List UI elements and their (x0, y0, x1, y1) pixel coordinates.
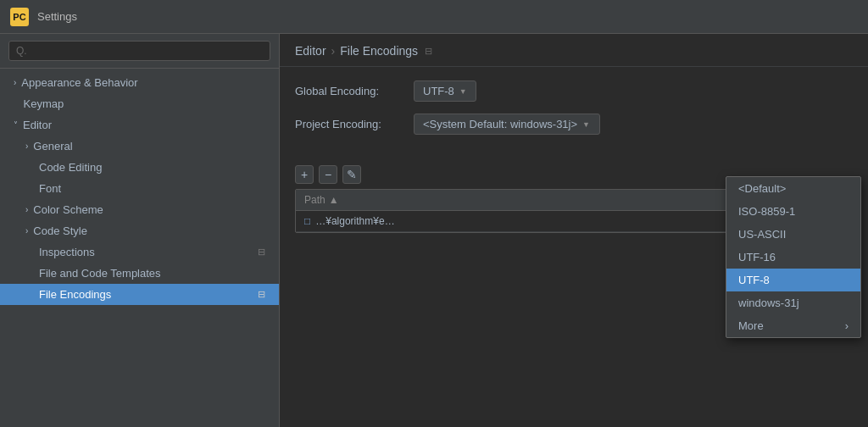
path-column-header: Path ▲ (296, 190, 733, 210)
menu-item-us-ascii[interactable]: US-ASCII (726, 223, 860, 246)
global-encoding-value: UTF-8 (423, 85, 454, 97)
sidebar-item-editor[interactable]: ˅ Editor (0, 114, 279, 136)
settings-icon: ⊟ (258, 289, 265, 300)
edit-button[interactable]: ✎ (342, 165, 361, 184)
sidebar-item-font[interactable]: Font (0, 178, 279, 199)
sidebar-item-file-code-templates[interactable]: File and Code Templates (0, 263, 279, 284)
global-encoding-label: Global Encoding: (295, 85, 414, 97)
sidebar-nav: › Appearance & Behavior Keymap ˅ Editor … (0, 69, 279, 427)
sidebar-item-inspections[interactable]: Inspections ⊟ (0, 241, 279, 263)
caret-icon: ▼ (582, 120, 590, 129)
menu-item-windows-31j[interactable]: windows-31j (726, 291, 860, 314)
search-bar (0, 34, 279, 69)
arrow-icon: › (25, 141, 28, 151)
main-layout: › Appearance & Behavior Keymap ˅ Editor … (0, 34, 868, 427)
sidebar-item-color-scheme[interactable]: › Color Scheme (0, 199, 279, 220)
encoding-dropdown-menu: <Default> ISO-8859-1 US-ASCII UTF-16 UTF… (726, 176, 861, 338)
chevron-down-icon: ˅ (14, 120, 18, 130)
menu-item-utf-8[interactable]: UTF-8 (726, 269, 860, 291)
breadcrumb-separator: › (331, 44, 336, 58)
sort-icon: ▲ (329, 194, 339, 206)
submenu-arrow-icon: › (845, 319, 849, 332)
sidebar-item-keymap[interactable]: Keymap (0, 93, 279, 114)
project-encoding-dropdown[interactable]: <System Default: windows-31j> ▼ (414, 114, 600, 135)
file-icon: □ (304, 215, 310, 227)
menu-item-default[interactable]: <Default> (726, 177, 860, 200)
project-encoding-value: <System Default: windows-31j> (423, 118, 577, 130)
sidebar-item-general[interactable]: › General (0, 136, 279, 157)
breadcrumb-part-editor: Editor (295, 44, 326, 58)
sidebar: › Appearance & Behavior Keymap ˅ Editor … (0, 34, 280, 427)
caret-icon: ▼ (459, 87, 467, 96)
window-title: Settings (37, 10, 77, 23)
arrow-icon: › (25, 226, 28, 236)
menu-item-more[interactable]: More › (726, 314, 860, 337)
sidebar-item-code-editing[interactable]: Code Editing (0, 157, 279, 178)
arrow-icon: › (14, 78, 16, 87)
project-encoding-row: Project Encoding: <System Default: windo… (295, 114, 853, 135)
search-input[interactable] (8, 41, 270, 61)
sidebar-item-file-encodings[interactable]: File Encodings ⊟ (0, 284, 279, 305)
breadcrumb: Editor › File Encodings ⊟ (280, 34, 868, 67)
add-button[interactable]: + (295, 165, 314, 184)
settings-body: Global Encoding: UTF-8 ▼ Project Encodin… (280, 67, 868, 160)
remove-button[interactable]: − (319, 165, 337, 184)
title-bar: PC Settings (0, 0, 868, 34)
breadcrumb-icon: ⊟ (425, 46, 432, 57)
project-encoding-label: Project Encoding: (295, 118, 414, 130)
breadcrumb-part-encodings: File Encodings (340, 44, 418, 58)
menu-item-utf-16[interactable]: UTF-16 (726, 246, 860, 269)
arrow-icon: › (25, 205, 28, 214)
app-icon: PC (10, 8, 29, 26)
arrow-icon (14, 99, 19, 108)
global-encoding-row: Global Encoding: UTF-8 ▼ (295, 80, 853, 102)
global-encoding-dropdown[interactable]: UTF-8 ▼ (414, 80, 476, 102)
sidebar-item-appearance[interactable]: › Appearance & Behavior (0, 72, 279, 93)
content-area: Editor › File Encodings ⊟ Global Encodin… (280, 34, 868, 427)
path-cell: □ …¥algorithm¥e… (296, 211, 733, 231)
sidebar-item-code-style[interactable]: › Code Style (0, 220, 279, 241)
menu-item-iso-8859-1[interactable]: ISO-8859-1 (726, 200, 860, 223)
settings-icon: ⊟ (258, 247, 265, 258)
